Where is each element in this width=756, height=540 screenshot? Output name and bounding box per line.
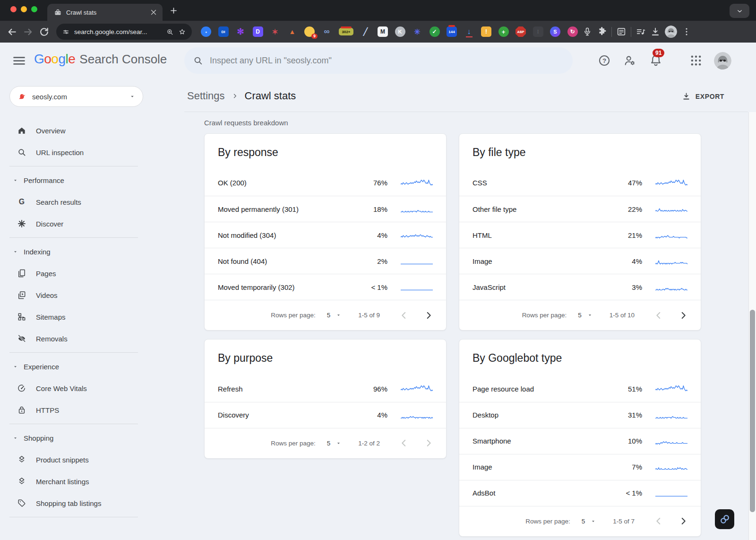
zoom-icon[interactable] [166,28,174,36]
loom-extension-icon[interactable]: ↻ [567,26,578,37]
url-inspect-searchbar[interactable] [184,47,573,74]
rows-per-page-caret-icon[interactable] [591,519,596,524]
detailed-extension-icon[interactable]: D [253,26,263,37]
extensions-puzzle-icon[interactable] [597,26,607,37]
sidebar-section-experience[interactable]: Experience [9,356,146,377]
sidebar-section-performance[interactable]: Performance [9,169,146,191]
stat-row-image[interactable]: Image7% [459,454,701,480]
lighthouse-extension-icon[interactable]: ▲ [287,26,298,37]
stat-row-page-resource-load[interactable]: Page resource load51% [459,376,701,402]
pipette-extension-icon[interactable]: ╱ [361,26,371,37]
address-bar[interactable]: search.google.com/sear... [56,24,192,40]
previous-page-button[interactable] [653,310,664,321]
maximize-window-button[interactable] [31,6,37,12]
downloads-icon[interactable] [650,26,661,37]
stat-row-discovery[interactable]: Discovery4% [205,402,446,428]
property-selector[interactable]: seosly.com [9,86,143,107]
balloons-extension-icon[interactable]: 9 [304,26,315,37]
thumb-extension-icon[interactable]: + [498,26,509,37]
stat-row-moved-permanently-301-[interactable]: Moved permanently (301)18% [205,196,446,222]
google-apps-grid-icon[interactable] [689,54,703,67]
keyword-extension-icon[interactable]: K [395,26,405,37]
next-page-button[interactable] [423,310,434,321]
sidebar-item-product-snippets[interactable]: Product snippets [9,449,146,470]
sidebar-section-shopping[interactable]: Shopping [9,427,146,449]
sidebar-item-url-inspection[interactable]: URL inspection [9,141,146,163]
browser-tab[interactable]: Crawl stats [47,4,163,21]
scrollbar-thumb[interactable] [750,310,755,512]
notifications-bell-icon[interactable]: 91 [649,54,662,67]
spider-extension-icon[interactable]: ✶ [270,26,280,37]
new-tab-button[interactable] [169,6,178,15]
user-settings-icon[interactable] [623,54,636,67]
reload-button[interactable] [38,26,50,38]
rows-per-page-caret-icon[interactable] [336,441,341,446]
difm-extension-icon[interactable]: DI [218,26,229,37]
sidebar-item-shopping-tab-listings[interactable]: Shopping tab listings [9,492,146,514]
stat-row-desktop[interactable]: Desktop31% [459,402,701,428]
microphone-icon[interactable] [582,26,593,37]
inspect-url-input[interactable] [210,56,564,66]
extension-overlay-button[interactable] [715,509,734,529]
previous-page-button[interactable] [399,310,409,321]
mangools-extension-icon[interactable]: M [378,26,388,37]
minimize-window-button[interactable] [21,6,27,12]
next-page-button[interactable] [678,516,688,526]
sidebar-section-indexing[interactable]: Indexing [9,241,146,262]
pin-extension-icon[interactable]: ● [201,26,211,37]
browser-menu-icon[interactable] [681,26,692,37]
rows-per-page-value[interactable]: 5 [582,518,585,525]
abp-extension-icon[interactable]: ABP [515,26,526,37]
next-page-button[interactable] [678,310,688,321]
sidebar-item-https[interactable]: HTTPS [9,399,146,421]
rows-per-page-value[interactable]: 5 [578,312,582,319]
sidebar-item-core-web-vitals[interactable]: Core Web Vitals [9,377,146,399]
sidebar-item-videos[interactable]: Videos [9,284,146,306]
close-window-button[interactable] [10,6,17,12]
site-settings-icon[interactable] [62,28,70,36]
rows-per-page-caret-icon[interactable] [587,313,593,318]
sidebar-item-merchant-listings[interactable]: Merchant listings [9,470,146,492]
ghost-extension-icon[interactable]: ⁞ [533,26,543,37]
media-controls-icon[interactable] [636,26,646,37]
stat-row-adsbot[interactable]: AdsBot< 1% [459,480,701,506]
checker-extension-icon[interactable]: ✓ [430,26,440,37]
stat-row-javascript[interactable]: JavaScript3% [459,274,701,300]
reading-list-icon[interactable] [616,26,627,37]
stat-row-ok-200-[interactable]: OK (200)76% [205,170,446,196]
stat-row-html[interactable]: HTML21% [459,222,701,248]
stat-row-not-modified-304-[interactable]: Not modified (304)4% [205,222,446,248]
browser-profile-avatar[interactable] [665,26,677,38]
sidebar-item-overview[interactable]: Overview [9,120,146,141]
stat-row-image[interactable]: Image4% [459,248,701,274]
previous-page-button[interactable] [399,438,409,448]
bookmark-star-icon[interactable] [178,28,186,36]
back-button[interactable] [6,26,18,38]
stat-row-css[interactable]: CSS47% [459,170,701,196]
redirect-path-extension-icon[interactable]: 302+ [339,28,353,35]
next-page-button[interactable] [423,438,434,448]
forward-button[interactable] [22,26,34,38]
help-icon[interactable]: ? [598,54,611,67]
stat-row-not-found-404-[interactable]: Not found (404)2% [205,248,446,274]
similarweb-extension-icon[interactable]: S [550,26,560,37]
sidebar-item-discover[interactable]: Discover [9,213,146,235]
account-avatar[interactable] [714,52,731,70]
rows-per-page-caret-icon[interactable] [336,313,341,318]
snowflake-extension-icon[interactable]: ✳ [412,26,422,37]
bulb-extension-icon[interactable]: ! [481,26,491,37]
scrollbar-track[interactable] [748,112,756,540]
tab-close-icon[interactable] [149,8,158,17]
sidebar-item-removals[interactable]: Removals [9,328,146,349]
sidebar-item-pages[interactable]: Pages [9,262,146,284]
downloader-extension-icon[interactable]: ↓ [464,26,474,37]
stat-row-smartphone[interactable]: Smartphone10% [459,428,701,454]
rows-per-page-value[interactable]: 5 [327,312,331,319]
sidebar-item-search-results[interactable]: GSearch results [9,191,146,213]
sidebar-item-sitemaps[interactable]: Sitemaps [9,306,146,328]
stat-row-other-file-type[interactable]: Other file type22% [459,196,701,222]
tab-overview-button[interactable] [730,4,749,18]
export-button[interactable]: EXPORT [682,92,724,101]
meta-144-extension-icon[interactable]: 144 [447,26,457,37]
previous-page-button[interactable] [653,516,664,526]
